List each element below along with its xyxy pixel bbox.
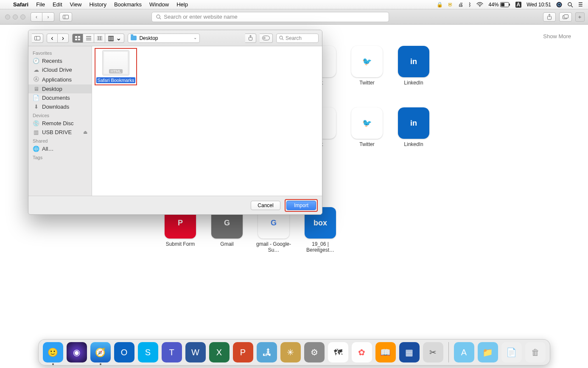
dock-separator [448,342,449,362]
menu-file[interactable]: File [32,1,49,8]
dock-app-safari[interactable]: 🧭 [90,342,111,362]
sidebar-item-recents[interactable]: 🕘Recents [28,56,92,65]
dock-app-skype[interactable]: S [138,342,158,362]
sidebar-item-label: iCloud Drive [42,67,72,73]
dock-app-utility[interactable]: ✂︎ [423,342,443,362]
wifi-icon[interactable] [476,2,483,7]
sidebar-item-applications[interactable]: ⒶApplications [28,74,92,84]
menu-help[interactable]: Help [173,1,192,8]
import-dialog: ‹ › ▥ ⌄ Desktop Search [28,30,322,215]
sidebar-item-downloads[interactable]: ⬇︎Downloads [28,102,92,111]
minimize-window-button[interactable] [13,14,18,20]
dock-app-outlook[interactable]: O [114,342,134,362]
battery-pct-label: 44% [488,2,498,8]
view-gallery-button[interactable]: ▥ ⌄ [105,34,124,43]
tags-button[interactable] [260,34,273,43]
clock[interactable]: Wed 10:51 [526,2,551,8]
spotlight-icon[interactable] [567,2,573,8]
lock-icon[interactable]: 🔒 [437,2,443,8]
sidebar-item-usb-drive[interactable]: ▥USB DRIVE⏏ [28,128,92,137]
dialog-sidebar: Favorites🕘Recents☁︎iCloud DriveⒶApplicat… [28,46,92,196]
dock-app-document[interactable]: 📄 [501,342,522,362]
dock: 🙂◉🧭OSTWXP🏞✳︎⚙︎🗺✿📖▦✂︎A📁📄🗑 [38,339,550,365]
sidebar-item-remote-disc[interactable]: 💿Remote Disc [28,119,92,128]
zoom-window-button[interactable] [20,14,25,20]
show-more-link[interactable]: Show More [543,33,571,39]
dock-app-settings[interactable]: ⚙︎ [304,342,325,362]
dock-app-app-gold[interactable]: ✳︎ [280,342,301,362]
eject-icon[interactable]: ⏏ [83,129,87,135]
view-columns-button[interactable] [94,34,105,43]
address-bar-placeholder: Search or enter website name [164,14,237,20]
app-menu[interactable]: Safari [9,1,32,8]
dock-app-trash[interactable]: 🗑 [525,342,546,362]
svg-point-4 [557,2,562,7]
dialog-file-area[interactable]: HTML Safari Bookmarks [92,46,322,196]
back-button[interactable]: ‹ [31,12,42,22]
menu-history[interactable]: History [85,1,110,8]
dock-app-maps[interactable]: 🗺 [328,342,348,362]
sidebar-toggle-button[interactable] [59,12,72,22]
view-list-button[interactable] [83,34,94,43]
forward-button[interactable]: › [42,12,54,22]
favorite-tile[interactable]: inLinkedIn [390,107,437,147]
dock-app-preview[interactable]: 🏞 [257,342,277,362]
shield-icon[interactable]: ⛨ [448,2,453,8]
tabs-overview-button[interactable] [559,12,572,22]
nav-back-button[interactable]: ‹ [47,34,58,43]
share-button[interactable] [543,12,556,22]
menubar: Safari File Edit View History Bookmarks … [0,0,588,9]
siri-icon[interactable] [556,2,562,8]
favorite-label: LinkedIn [404,141,423,147]
view-icons-button[interactable] [72,34,83,43]
input-source-badge[interactable]: A [515,2,522,8]
dock-app-teams[interactable]: T [162,342,182,362]
safari-toolbar: ‹ › Search or enter website name ＋ [0,9,588,25]
svg-rect-25 [97,36,98,40]
dock-app-excel[interactable]: X [209,342,230,362]
location-popup[interactable]: Desktop [128,34,200,43]
import-button[interactable]: Import [286,201,316,210]
notification-center-icon[interactable]: ☰ [578,2,583,8]
sidebar-item-icon: 📄 [33,95,39,101]
dialog-search-field[interactable]: Search [276,34,319,43]
menu-view[interactable]: View [66,1,86,8]
sidebar-item-documents[interactable]: 📄Documents [28,93,92,102]
favorite-tile-icon: 🐦 [351,107,383,139]
file-type-badge: HTML [109,69,123,73]
dock-app-ibooks[interactable]: 📖 [375,342,396,362]
dock-app-documents-folder[interactable]: 📁 [478,342,498,362]
dock-app-finder[interactable]: 🙂 [43,342,63,362]
address-bar[interactable]: Search or enter website name [151,12,389,22]
sidebar-item-all-[interactable]: 🌐All… [28,144,92,153]
printer-icon[interactable]: 🖨 [458,2,463,8]
dock-app-photos[interactable]: ✿ [352,342,372,362]
dock-app-siri[interactable]: ◉ [67,342,87,362]
nav-forward-button[interactable]: › [58,34,69,43]
menu-bookmarks[interactable]: Bookmarks [110,1,146,8]
sidebar-item-icloud-drive[interactable]: ☁︎iCloud Drive [28,65,92,74]
dialog-sidebar-toggle[interactable] [32,34,43,43]
favorite-tile[interactable]: 🐦Twitter [344,107,390,147]
dock-app-word[interactable]: W [185,342,206,362]
dock-app-virtualbox[interactable]: ▦ [399,342,420,362]
battery-status[interactable]: 44% [488,2,510,8]
favorite-tile[interactable]: 🐦Twitter [344,46,390,86]
dock-app-app-store-folder[interactable]: A [454,342,474,362]
menu-edit[interactable]: Edit [49,1,66,8]
file-item[interactable]: HTML Safari Bookmarks [97,50,135,83]
bluetooth-icon[interactable]: ᛒ [468,2,471,8]
svg-rect-27 [101,36,102,40]
favorite-label: Gmail [220,241,233,247]
sidebar-item-desktop[interactable]: 🖥Desktop [28,84,92,93]
favorite-tile[interactable]: inLinkedIn [390,46,437,86]
sidebar-item-label: Desktop [42,86,62,92]
close-window-button[interactable] [5,14,10,20]
cancel-button[interactable]: Cancel [251,201,280,210]
dialog-footer: Cancel Import [28,196,322,214]
new-tab-button[interactable]: ＋ [575,12,585,22]
svg-point-6 [568,3,571,6]
menu-window[interactable]: Window [146,1,173,8]
share-sheet-button[interactable] [245,34,256,43]
dock-app-powerpoint[interactable]: P [233,342,253,362]
